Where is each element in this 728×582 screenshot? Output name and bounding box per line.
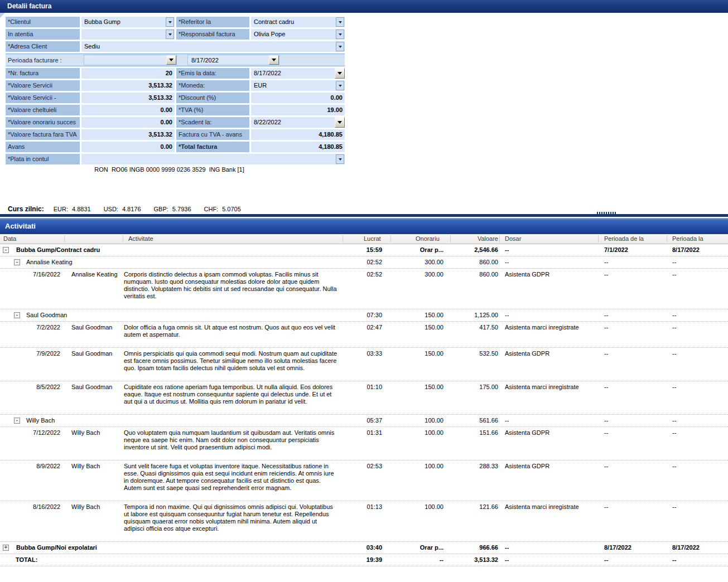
collapse-icon[interactable]: - xyxy=(14,418,20,424)
dropdown-button[interactable] xyxy=(336,17,344,27)
referitor-field[interactable]: Contract cadru xyxy=(251,17,345,27)
nr-factura-label: *Nr. factura xyxy=(6,68,80,79)
responsabil-field[interactable]: Olivia Pope xyxy=(251,29,345,40)
in-atentia-label: In atentia xyxy=(6,29,80,40)
dropdown-button[interactable] xyxy=(336,42,344,51)
table-row[interactable]: 7/16/2022 Annalise Keating Corporis dist… xyxy=(0,268,728,309)
cell-data: + Bubba Gump/Noi expolatari xyxy=(0,544,124,551)
discount-label: *Discount (%) xyxy=(176,93,249,103)
valoare-onorariu-succes-value[interactable]: 0.00 xyxy=(81,117,175,128)
adresa-field[interactable]: Sediu xyxy=(81,41,345,52)
dropdown-button[interactable] xyxy=(166,17,174,27)
cell-onorariu: 100.00 xyxy=(390,429,450,451)
cell-activitate: Corporis distinctio delectus a ipsam com… xyxy=(124,271,343,300)
valoare-servicii-discount-value[interactable]: 3,513.32 xyxy=(81,93,175,103)
valoare-factura-fara-tva-value[interactable]: 3,513.32 xyxy=(81,129,175,140)
collapse-icon[interactable]: - xyxy=(3,247,9,253)
column-divider[interactable] xyxy=(598,235,599,243)
collapse-icon[interactable]: - xyxy=(14,259,20,265)
table-row[interactable]: 7/2/2022 Saul Goodman Dolor officia a fu… xyxy=(0,321,728,347)
cell-lucrat: 02:52 xyxy=(343,259,390,266)
plata-in-contul-field[interactable]: RON RO06 INGB 0000 9999 0236 3529 ING Ba… xyxy=(81,154,345,164)
cell-onorariu: 150.00 xyxy=(390,312,450,319)
total-factura-value[interactable]: 4,180.85 xyxy=(251,142,345,152)
avans-value[interactable]: 0.00 xyxy=(81,142,175,152)
dropdown-button[interactable] xyxy=(166,55,176,65)
column-divider[interactable] xyxy=(123,235,123,243)
cell-onorariu: -- xyxy=(390,556,450,564)
exchange-rates-bar: Curs zilnic: EUR:4.8831 USD:4.8176 GBP:5… xyxy=(8,205,254,213)
table-row[interactable]: - Annalise Keating 02:52 300.00 860.00 -… xyxy=(0,256,728,268)
dropdown-button[interactable] xyxy=(335,117,345,128)
table-row[interactable]: - Saul Goodman 07:30 150.00 1,125.00 -- … xyxy=(0,309,728,321)
table-row[interactable]: - Willy Bach 05:37 100.00 561.66 -- -- -… xyxy=(0,414,728,426)
cell-dosar: Asistenta marci inregistrate xyxy=(499,324,598,338)
column-divider[interactable] xyxy=(667,235,667,243)
cell-data: - Annalise Keating xyxy=(0,259,124,266)
dropdown-button[interactable] xyxy=(336,81,344,90)
column-header-valoare[interactable]: Valoare xyxy=(459,235,498,242)
column-header-perioada-de-la[interactable]: Perioada de la xyxy=(604,235,644,242)
cell-activitate xyxy=(124,259,343,266)
collapse-icon[interactable]: - xyxy=(14,312,20,318)
cell-perioada-de-la: -- xyxy=(598,384,667,405)
table-row[interactable]: 7/9/2022 Saul Goodman Omnis perspiciatis… xyxy=(0,347,728,381)
column-header-onorariu[interactable]: Onorariu xyxy=(416,235,440,242)
factura-cu-tva-avans-value[interactable]: 4,180.85 xyxy=(251,129,345,140)
moneda-field[interactable]: EUR xyxy=(251,80,345,91)
scadent-field[interactable]: 8/22/2022 xyxy=(251,117,345,128)
cell-data: 8/5/2022 Saul Goodman xyxy=(0,384,124,405)
chevron-down-icon xyxy=(338,121,342,124)
table-row[interactable]: 8/16/2022 Willy Bach Tempora id non maxi… xyxy=(0,501,728,541)
table-row[interactable]: 8/5/2022 Saul Goodman Cupiditate eos rat… xyxy=(0,381,728,414)
cell-dosar: -- xyxy=(499,556,598,564)
dropdown-button[interactable] xyxy=(336,30,344,39)
column-divider[interactable] xyxy=(390,235,391,243)
clientul-field[interactable]: Bubba Gump xyxy=(81,17,175,27)
discount-value[interactable]: 0.00 xyxy=(251,93,345,103)
cell-perioada-de-la: -- xyxy=(598,350,667,372)
column-divider[interactable] xyxy=(64,235,65,243)
table-row[interactable]: - Bubba Gump/Contract cadru 15:59 Orar p… xyxy=(0,244,728,256)
form-row: *Valoare cheltuieli 0.00 *TVA (%) 19.00 xyxy=(6,105,345,115)
chevron-down-icon xyxy=(168,33,172,36)
table-row[interactable]: 8/9/2022 Willy Bach Sunt velit facere fu… xyxy=(0,460,728,501)
column-header-activitate[interactable]: Activitate xyxy=(128,235,153,242)
cell-perioada-la: -- xyxy=(667,503,728,532)
column-header-dosar[interactable]: Dosar xyxy=(505,235,521,242)
moneda-label: *Moneda: xyxy=(176,80,249,91)
table-row[interactable]: 7/12/2022 Willy Bach Quo voluptatem quia… xyxy=(0,426,728,460)
nr-factura-value[interactable]: 20 xyxy=(81,68,175,79)
cell-dosar: -- xyxy=(499,246,598,254)
perioada-to-field[interactable]: 8/17/2022 xyxy=(187,55,279,65)
dropdown-button[interactable] xyxy=(336,154,344,164)
in-atentia-field[interactable] xyxy=(81,29,175,40)
valoare-servicii-value[interactable]: 3,513.32 xyxy=(81,80,175,91)
dropdown-button[interactable] xyxy=(335,68,345,79)
perioada-from-field[interactable]: 7/ 1/2022 xyxy=(84,55,177,65)
valoare-cheltuieli-value[interactable]: 0.00 xyxy=(81,105,175,115)
cell-valoare: 2,546.66 xyxy=(450,246,499,254)
column-divider[interactable] xyxy=(499,235,500,243)
table-row[interactable]: TOTAL: 19:39 -- 3,513.32 -- -- -- xyxy=(0,554,728,566)
expand-icon[interactable]: + xyxy=(3,545,9,551)
emis-field[interactable]: 8/17/2022 xyxy=(251,68,345,79)
column-header-lucrat[interactable]: Lucrat xyxy=(364,235,381,242)
column-header-data[interactable]: Data xyxy=(3,235,16,242)
column-divider[interactable] xyxy=(343,235,343,243)
column-header-perioada-la[interactable]: Perioada la xyxy=(672,235,703,242)
dropdown-button[interactable] xyxy=(269,55,279,65)
cell-onorariu: 300.00 xyxy=(390,271,450,300)
column-divider[interactable] xyxy=(450,235,451,243)
rate-code: CHF: xyxy=(204,206,219,212)
table-row[interactable]: + Bubba Gump/Noi expolatari 03:40 Orar p… xyxy=(0,541,728,554)
dropdown-button[interactable] xyxy=(166,30,174,39)
cell-perioada-de-la: -- xyxy=(598,556,667,564)
rate-usd: USD:4.8176 xyxy=(104,206,141,212)
cell-perioada-la: -- xyxy=(667,417,728,424)
tva-value[interactable]: 19.00 xyxy=(251,105,345,115)
moneda-value: EUR xyxy=(254,82,267,89)
cell-data: - Saul Goodman xyxy=(0,312,124,319)
responsabil-value: Olivia Pope xyxy=(254,31,285,37)
factura-cu-tva-avans-label: Factura cu TVA - avans xyxy=(176,129,249,140)
